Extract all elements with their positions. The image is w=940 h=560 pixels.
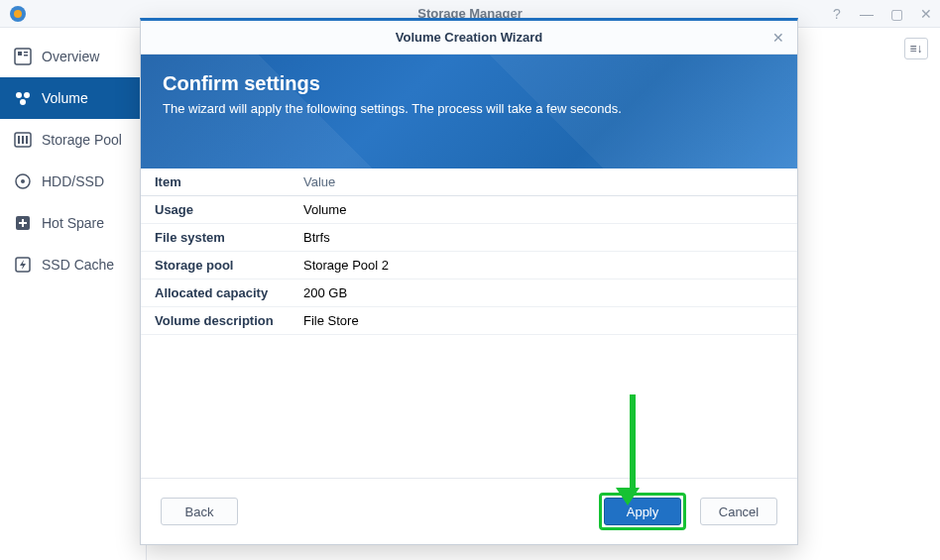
row-value: File Store [290, 307, 769, 335]
svg-rect-11 [26, 136, 28, 144]
row-value: 200 GB [290, 280, 769, 307]
close-window-icon[interactable]: ✕ [918, 6, 934, 22]
dialog-title: Volume Creation Wizard [396, 30, 542, 45]
sidebar-item-label: Overview [42, 49, 99, 64]
row-value: Btrfs [290, 224, 769, 252]
dialog-header: Volume Creation Wizard ✕ [141, 21, 797, 55]
svg-rect-4 [24, 55, 28, 56]
sort-icon: ≡↓ [909, 42, 922, 56]
svg-rect-2 [18, 52, 22, 56]
storage-pool-icon [14, 131, 32, 149]
column-header-value: Value [290, 168, 769, 196]
hot-spare-icon [14, 214, 32, 232]
row-item: Storage pool [141, 252, 290, 280]
app-icon [8, 4, 28, 24]
svg-rect-1 [15, 49, 31, 64]
help-icon[interactable]: ? [829, 6, 845, 22]
sidebar-item-ssd-cache[interactable]: SSD Cache [0, 244, 146, 285]
banner-heading: Confirm settings [163, 72, 775, 95]
ssd-cache-icon [14, 256, 32, 274]
sidebar-item-overview[interactable]: Overview [0, 36, 146, 77]
sidebar-item-label: Volume [42, 90, 88, 106]
sidebar-item-label: SSD Cache [42, 257, 114, 273]
row-item: Volume description [141, 307, 290, 335]
row-item: Allocated capacity [141, 280, 290, 307]
table-row: Storage pool Storage Pool 2 [141, 252, 797, 280]
settings-table: Item Value Usage Volume File system Btrf… [141, 168, 797, 335]
sidebar-item-hot-spare[interactable]: Hot Spare [0, 202, 146, 244]
sidebar: Overview Volume Storage Pool HDD/SSD Hot… [0, 28, 147, 560]
cancel-button[interactable]: Cancel [700, 498, 777, 525]
svg-rect-3 [24, 52, 28, 54]
minimize-icon[interactable]: — [859, 6, 875, 22]
dialog-footer: Back Apply Cancel [141, 478, 797, 544]
row-item: Usage [141, 196, 290, 224]
sidebar-item-volume[interactable]: Volume [0, 77, 146, 119]
svg-point-6 [24, 92, 30, 98]
svg-point-13 [21, 179, 25, 183]
apply-button[interactable]: Apply [604, 498, 681, 525]
apply-highlight: Apply [599, 493, 686, 530]
sidebar-item-label: HDD/SSD [42, 173, 104, 189]
sidebar-item-label: Storage Pool [42, 132, 122, 148]
svg-rect-9 [18, 136, 20, 144]
table-row: Usage Volume [141, 196, 797, 224]
row-value: Volume [290, 196, 769, 224]
table-row: Allocated capacity 200 GB [141, 280, 797, 307]
svg-point-5 [16, 92, 22, 98]
back-button[interactable]: Back [161, 498, 238, 525]
sidebar-item-storage-pool[interactable]: Storage Pool [0, 119, 146, 161]
table-row: Volume description File Store [141, 307, 797, 335]
sidebar-item-hdd-ssd[interactable]: HDD/SSD [0, 161, 146, 202]
sidebar-item-label: Hot Spare [42, 215, 104, 231]
table-row: File system Btrfs [141, 224, 797, 252]
volume-icon [14, 89, 32, 107]
svg-point-7 [20, 99, 26, 105]
banner-subtext: The wizard will apply the following sett… [163, 101, 775, 116]
overview-icon [14, 48, 32, 65]
volume-creation-wizard-dialog: Volume Creation Wizard ✕ Confirm setting… [140, 18, 798, 545]
dialog-banner: Confirm settings The wizard will apply t… [141, 55, 797, 168]
row-item: File system [141, 224, 290, 252]
row-value: Storage Pool 2 [290, 252, 769, 280]
close-icon[interactable]: ✕ [769, 29, 787, 47]
sort-toggle-button[interactable]: ≡↓ [904, 38, 928, 59]
window-controls: ? — ▢ ✕ [829, 6, 934, 22]
maximize-icon[interactable]: ▢ [888, 6, 904, 22]
svg-rect-10 [22, 136, 24, 144]
hdd-icon [14, 172, 32, 190]
column-header-item: Item [141, 168, 290, 196]
